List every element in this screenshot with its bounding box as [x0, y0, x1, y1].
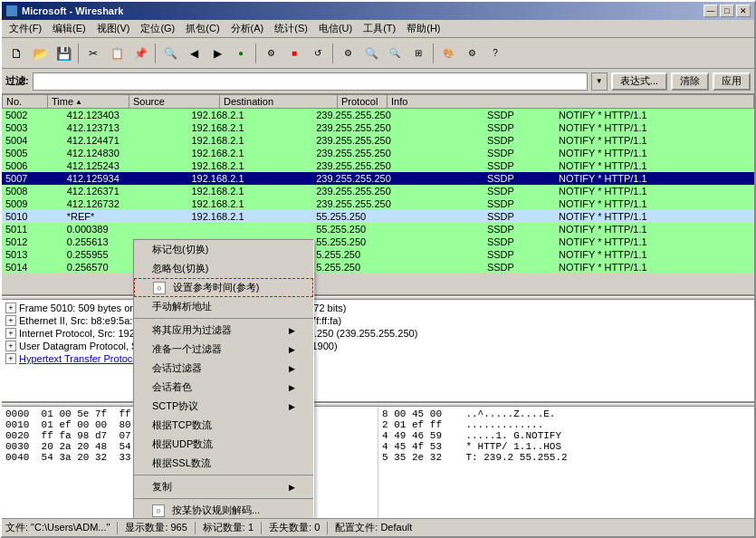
apply-button[interactable]: 应用 — [713, 72, 751, 91]
table-row[interactable]: 5010*REF*192.168.2.155.255.250SSDPNOTIFY… — [2, 210, 754, 223]
toolbar-colorize[interactable]: 🎨 — [437, 43, 459, 64]
context-menu-item[interactable]: 标记包(切换) — [134, 240, 313, 259]
context-menu-item[interactable]: 手动解析地址 — [134, 297, 313, 316]
toolbar-zoom-out[interactable]: 🔍 — [384, 43, 406, 64]
table-row[interactable]: 50130.2559555.255.250SSDPNOTIFY * HTTP/1… — [2, 248, 754, 261]
filter-dropdown-button[interactable]: ▼ — [591, 72, 608, 91]
col-header-destination[interactable]: Destination — [220, 95, 338, 109]
table-row[interactable]: 5004412.124471192.168.2.1239.255.255.250… — [2, 134, 754, 147]
toolbar-forward[interactable]: ▶ — [206, 43, 228, 64]
toolbar-help[interactable]: ? — [484, 43, 506, 64]
detail-item-text: Hypertext Transfer Protocol — [19, 353, 140, 364]
col-header-time[interactable]: Time▲ — [48, 95, 129, 109]
col-header-info[interactable]: Info — [388, 95, 754, 109]
context-menu-item[interactable]: 将其应用为过滤器▶ — [134, 321, 313, 340]
table-row[interactable]: 5005412.124830192.168.2.1239.255.255.250… — [2, 147, 754, 159]
menu-item-u[interactable]: 电信(U) — [313, 20, 358, 37]
filter-input[interactable] — [33, 72, 588, 91]
col-header-no[interactable]: No. — [3, 95, 48, 109]
minimize-button[interactable]: — — [703, 5, 718, 17]
toolbar-zoom-reset[interactable]: ⊞ — [407, 43, 429, 64]
context-menu-separator — [134, 498, 313, 499]
status-bar: 文件: "C:\Users\ADM..." 显示数量: 965 标记数量: 1 … — [2, 518, 754, 536]
table-row[interactable]: 5007412.125934192.168.2.1239.255.255.250… — [2, 172, 754, 185]
maximize-button[interactable]: □ — [720, 5, 734, 17]
context-menu-item-icon: ○ — [153, 282, 166, 294]
menu-item-t[interactable]: 工具(T) — [358, 20, 401, 37]
detail-expand-button[interactable]: + — [5, 303, 16, 313]
detail-item[interactable]: +Frame 5010: 509 bytes on wire (4072 bit… — [4, 302, 752, 314]
menu-item-s[interactable]: 统计(S) — [269, 20, 313, 37]
packet-scroll-area[interactable]: 5002412.123403192.168.2.1239.255.255.250… — [2, 109, 754, 296]
context-menu-item[interactable]: 根据SSL数流 — [134, 454, 313, 473]
context-menu-item[interactable]: SCTP协议▶ — [134, 397, 313, 416]
context-menu-item[interactable]: 复制▶ — [134, 477, 313, 496]
context-menu-item-label: 按某协议规则解码... — [172, 504, 260, 517]
table-row[interactable]: 5006412.125243192.168.2.1239.255.255.250… — [2, 159, 754, 172]
toolbar-cut[interactable]: ✂ — [82, 43, 104, 64]
toolbar-paste[interactable]: 📌 — [129, 43, 151, 64]
context-menu-submenu-arrow: ▶ — [289, 402, 295, 411]
detail-item[interactable]: +User Datagram Protocol, Src Port: 57955… — [4, 340, 752, 352]
table-row[interactable]: 5008412.126371192.168.2.1239.255.255.250… — [2, 185, 754, 197]
menu-item-e[interactable]: 编辑(E) — [47, 20, 91, 37]
table-row[interactable]: 50120.25561355.255.250SSDPNOTIFY * HTTP/… — [2, 235, 754, 248]
toolbar-zoom-in[interactable]: 🔍 — [360, 43, 382, 64]
toolbar-back[interactable]: ◀ — [183, 43, 205, 64]
menu-item-f[interactable]: 文件(F) — [4, 20, 47, 37]
toolbar-prefs[interactable]: ⚙ — [461, 43, 483, 64]
toolbar: 🗋 📂 💾 ✂ 📋 📌 🔍 ◀ ▶ ● ⚙ ■ ↺ ⚙ 🔍 🔍 ⊞ 🎨 ⚙ ? — [2, 38, 754, 69]
toolbar-new[interactable]: 🗋 — [5, 43, 27, 64]
toolbar-stop-capture[interactable]: ■ — [283, 43, 305, 64]
app-title: Microsoft - Wireshark — [22, 5, 123, 16]
detail-item[interactable]: +Ethernet II, Src: b8:e9:5a:94:09, Dst: … — [4, 314, 752, 327]
filter-bar: 过滤: ▼ 表达式... 清除 应用 — [2, 69, 754, 94]
menu-item-v[interactable]: 视图(V) — [91, 20, 136, 37]
status-display: 显示数量: 965 — [125, 521, 187, 534]
context-menu-item-label: 根据SSL数流 — [152, 456, 211, 470]
context-menu-item[interactable]: 准备一个过滤器▶ — [134, 340, 313, 359]
table-row[interactable]: 50110.00038955.255.250SSDPNOTIFY * HTTP/… — [2, 223, 754, 235]
table-row[interactable]: 5002412.123403192.168.2.1239.255.255.250… — [2, 109, 754, 121]
col-header-source[interactable]: Source — [129, 95, 220, 109]
toolbar-open[interactable]: 📂 — [29, 43, 51, 64]
status-total: 标记数量: 1 — [203, 521, 254, 534]
context-menu-item[interactable]: 忽略包(切换) — [134, 259, 313, 278]
detail-item[interactable]: +Internet Protocol, Src: 192.168.2.1 (19… — [4, 327, 752, 340]
detail-expand-button[interactable]: + — [5, 341, 16, 351]
toolbar-start-capture[interactable]: ⚙ — [260, 43, 282, 64]
table-row[interactable]: 50140.2565705.255.250SSDPNOTIFY * HTTP/1… — [2, 261, 754, 274]
expression-button[interactable]: 表达式... — [611, 72, 667, 91]
context-menu-item[interactable]: 会话过滤器▶ — [134, 359, 313, 378]
close-button[interactable]: ✕ — [736, 5, 751, 17]
detail-panel: +Frame 5010: 509 bytes on wire (4072 bit… — [2, 300, 754, 403]
menu-item-a[interactable]: 分析(A) — [225, 20, 270, 37]
context-menu-item-label: SCTP协议 — [152, 399, 198, 413]
context-menu-item[interactable]: 会话着色▶ — [134, 378, 313, 397]
context-menu-item[interactable]: 根据TCP数流 — [134, 416, 313, 435]
toolbar-restart[interactable]: ↺ — [307, 43, 329, 64]
detail-expand-button[interactable]: + — [5, 315, 16, 326]
col-header-protocol[interactable]: Protocol — [338, 95, 388, 109]
detail-expand-button[interactable]: + — [5, 328, 16, 339]
toolbar-options[interactable]: ⚙ — [337, 43, 359, 64]
table-row[interactable]: 5009412.126732192.168.2.1239.255.255.250… — [2, 197, 754, 210]
table-row[interactable]: 5003412.123713192.168.2.1239.255.255.250… — [2, 121, 754, 134]
status-config: 配置文件: Default — [335, 521, 412, 534]
context-menu-submenu-arrow: ▶ — [289, 383, 295, 392]
toolbar-go[interactable]: ● — [230, 43, 252, 64]
menu-bar: 文件(F)编辑(E)视图(V)定位(G)抓包(C)分析(A)统计(S)电信(U)… — [2, 20, 754, 38]
menu-item-h[interactable]: 帮助(H) — [401, 20, 445, 37]
context-menu-item[interactable]: ○设置参考时间(参考) — [134, 278, 313, 297]
context-menu-separator — [134, 318, 313, 319]
menu-item-g[interactable]: 定位(G) — [135, 20, 180, 37]
toolbar-find[interactable]: 🔍 — [159, 43, 181, 64]
context-menu-item[interactable]: ○按某协议规则解码... — [134, 501, 313, 518]
detail-item[interactable]: +Hypertext Transfer Protocol — [4, 352, 752, 365]
detail-expand-button[interactable]: + — [5, 353, 16, 364]
menu-item-c[interactable]: 抓包(C) — [180, 20, 225, 37]
toolbar-save[interactable]: 💾 — [53, 43, 74, 64]
clear-button[interactable]: 清除 — [671, 72, 709, 91]
toolbar-copy[interactable]: 📋 — [106, 43, 128, 64]
context-menu-item[interactable]: 根据UDP数流 — [134, 435, 313, 454]
